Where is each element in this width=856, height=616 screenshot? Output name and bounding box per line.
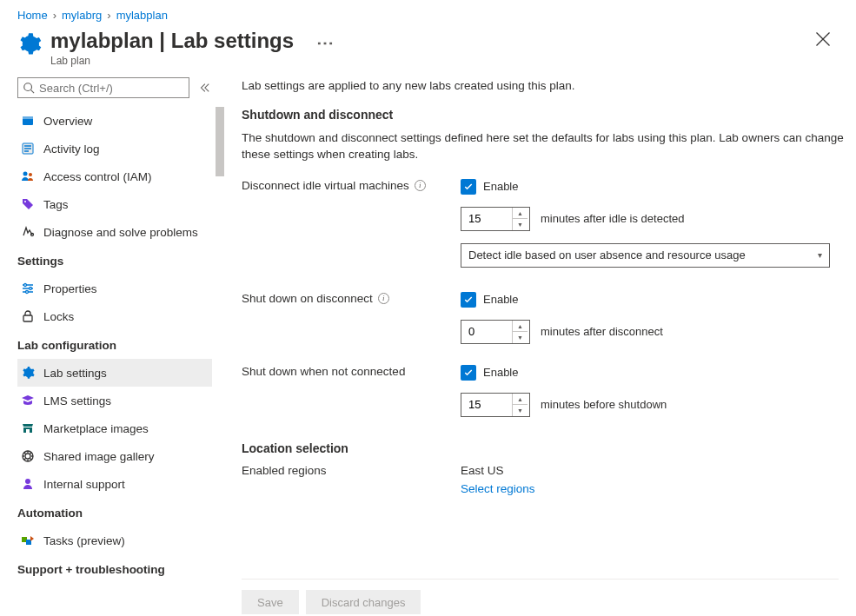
marketplace-icon [21, 421, 35, 435]
collapse-sidebar-button[interactable] [198, 82, 210, 94]
sidebar-item-label: Locks [43, 310, 74, 323]
spin-up-button[interactable]: ▲ [513, 208, 528, 220]
row-enabled-regions: Enabled regions East US Select regions [242, 464, 847, 495]
sidebar-item-label: Overview [43, 115, 92, 128]
svg-point-4 [23, 172, 28, 176]
nav-group-support: Support + troubleshooting [17, 554, 212, 583]
lms-icon [21, 394, 35, 407]
sidebar-item-label: Access control (IAM) [43, 170, 152, 183]
svg-point-5 [29, 173, 32, 176]
sidebar-item-shared-gallery[interactable]: Shared image gallery [17, 442, 212, 470]
search-icon [23, 82, 35, 94]
tasks-icon [21, 533, 35, 547]
minutes-spinbox[interactable]: ▲ ▼ [461, 207, 530, 231]
sidebar-item-tasks[interactable]: Tasks (preview) [17, 527, 212, 554]
field-label: Shut down when not connected [242, 365, 405, 378]
close-button[interactable] [814, 30, 832, 48]
diagnose-icon [21, 225, 35, 239]
breadcrumb-item[interactable]: Home [17, 9, 48, 22]
lock-icon [21, 309, 35, 323]
sidebar-item-tags[interactable]: Tags [17, 190, 212, 218]
info-icon[interactable]: i [378, 293, 389, 304]
tag-icon [21, 197, 35, 211]
discard-button[interactable]: Discard changes [306, 590, 421, 614]
row-shutdown-disconnect: Shut down on disconnect i Enable [242, 292, 847, 356]
breadcrumb-item[interactable]: mylabrg [62, 9, 102, 22]
sidebar-item-label: Internal support [43, 478, 125, 491]
enable-checkbox[interactable] [461, 365, 476, 381]
minutes-input[interactable] [461, 208, 512, 230]
gear-icon [21, 366, 35, 380]
minutes-suffix: minutes before shutdown [541, 398, 667, 411]
field-label: Disconnect idle virtual machines [242, 179, 409, 192]
nav-group-lab-config: Lab configuration [17, 330, 212, 359]
info-icon[interactable]: i [415, 180, 426, 191]
sidebar-item-label: Properties [43, 282, 97, 295]
breadcrumb: Home › mylabrg › mylabplan [0, 0, 856, 25]
enable-label: Enable [483, 180, 518, 193]
main-content: Lab settings are applied to any new labs… [224, 77, 856, 616]
page-subtitle: Lab plan [50, 55, 338, 67]
chevron-down-icon: ▾ [818, 250, 822, 260]
log-icon [21, 142, 35, 156]
page-title: mylabplan | Lab settings [50, 29, 294, 53]
sidebar-item-diagnose[interactable]: Diagnose and solve problems [17, 218, 212, 246]
sidebar-item-internal-support[interactable]: Internal support [17, 470, 212, 498]
minutes-suffix: minutes after disconnect [541, 325, 663, 338]
svg-point-9 [30, 288, 32, 290]
enable-checkbox[interactable] [461, 292, 476, 308]
sidebar: Overview Activity log Access control (IA… [0, 77, 224, 616]
nav-group-settings: Settings [17, 246, 212, 275]
spin-up-button[interactable]: ▲ [513, 321, 528, 333]
more-button[interactable]: ⋯ [313, 32, 338, 53]
sidebar-item-access-control[interactable]: Access control (IAM) [17, 162, 212, 190]
nav-list: Overview Activity log Access control (IA… [17, 107, 224, 614]
sidebar-item-label: Shared image gallery [43, 450, 155, 463]
section-shutdown-title: Shutdown and disconnect [242, 108, 847, 122]
sidebar-item-label: LMS settings [43, 394, 111, 407]
sidebar-item-marketplace[interactable]: Marketplace images [17, 414, 212, 442]
sidebar-item-lms-settings[interactable]: LMS settings [17, 387, 212, 414]
nav-group-automation: Automation [17, 498, 212, 527]
minutes-spinbox[interactable]: ▲ ▼ [461, 393, 530, 417]
select-regions-link[interactable]: Select regions [461, 482, 847, 495]
row-shutdown-not-connected: Shut down when not connected Enable ▲ [242, 365, 847, 429]
enable-checkbox[interactable] [461, 179, 476, 195]
spin-down-button[interactable]: ▼ [513, 332, 528, 343]
minutes-spinbox[interactable]: ▲ ▼ [461, 320, 530, 344]
search-input[interactable] [17, 77, 189, 98]
sidebar-item-overview[interactable]: Overview [17, 107, 212, 135]
sidebar-item-locks[interactable]: Locks [17, 302, 212, 330]
row-disconnect-idle: Disconnect idle virtual machines i Enabl… [242, 179, 847, 283]
gallery-icon [21, 449, 35, 463]
chevron-right-icon: › [53, 9, 56, 22]
sidebar-item-label: Tags [43, 198, 69, 211]
svg-rect-11 [23, 315, 32, 321]
chevron-right-icon: › [107, 9, 110, 22]
spin-down-button[interactable]: ▼ [513, 405, 528, 416]
breadcrumb-item[interactable]: mylabplan [116, 9, 168, 22]
svg-rect-12 [26, 429, 30, 433]
sidebar-item-activity-log[interactable]: Activity log [17, 135, 212, 162]
sidebar-item-properties[interactable]: Properties [17, 275, 212, 302]
sidebar-item-lab-settings[interactable]: Lab settings [17, 359, 212, 387]
idle-detection-dropdown[interactable]: Detect idle based on user absence and re… [461, 243, 830, 268]
sidebar-item-label: Tasks (preview) [43, 534, 125, 547]
scrollbar-thumb[interactable] [216, 107, 224, 176]
page-header: mylabplan | Lab settings ⋯ Lab plan [0, 25, 856, 77]
spin-up-button[interactable]: ▲ [513, 394, 528, 406]
spin-down-button[interactable]: ▼ [513, 219, 528, 230]
minutes-input[interactable] [461, 394, 512, 416]
enable-label: Enable [483, 293, 518, 306]
sidebar-item-label: Marketplace images [43, 422, 149, 435]
svg-point-10 [26, 291, 29, 294]
field-label: Shut down on disconnect [242, 292, 373, 305]
minutes-input[interactable] [461, 321, 512, 343]
svg-point-13 [25, 454, 30, 459]
svg-point-15 [25, 479, 30, 484]
save-button[interactable]: Save [242, 590, 299, 614]
properties-icon [21, 282, 35, 295]
intro-text: Lab settings are applied to any new labs… [242, 79, 847, 92]
section-shutdown-desc: The shutdown and disconnect settings def… [242, 130, 847, 163]
field-label: Enabled regions [242, 464, 327, 477]
